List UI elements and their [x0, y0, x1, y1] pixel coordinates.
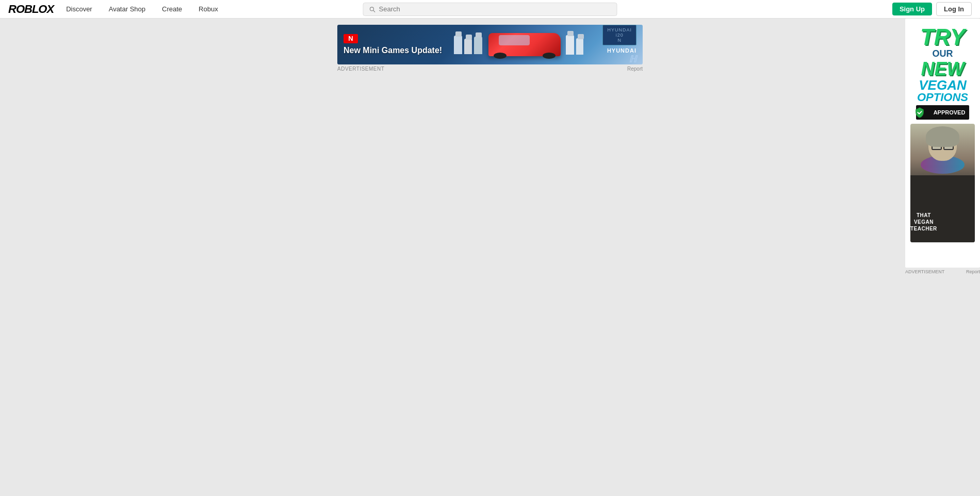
right-ad-options: OPTIONS — [917, 92, 968, 103]
hyundai-h-icon: ℍ — [629, 54, 636, 65]
game-badge: N — [344, 34, 358, 43]
right-ad-footer: ADVERTISEMENT Report — [905, 268, 980, 276]
search-input[interactable] — [379, 5, 612, 13]
banner-ad-label: ADVERTISEMENT — [337, 66, 384, 72]
robot-figure-4 — [566, 35, 574, 55]
robot-figure-3 — [474, 37, 482, 54]
search-icon — [369, 6, 376, 13]
banner-ad-wrap: N New Mini Games Update! — [337, 25, 643, 73]
car-visual — [488, 33, 561, 56]
navbar: ROBLOX Discover Avatar Shop Create Robux… — [0, 0, 980, 19]
car-wheel-left — [494, 53, 507, 59]
nav-link-create[interactable]: Create — [162, 5, 182, 13]
banner-title: New Mini Games Update! — [344, 45, 442, 55]
nav-links: Discover Avatar Shop Create Robux — [66, 5, 218, 13]
nav-auth: Sign Up Log In — [892, 2, 972, 16]
banner-ad-content: N New Mini Games Update! — [337, 25, 643, 64]
nav-link-avatar-shop[interactable]: Avatar Shop — [109, 5, 145, 13]
approved-badge: APPROVED — [916, 105, 970, 120]
robot-figure-1 — [454, 36, 462, 54]
robot-figures — [454, 36, 482, 54]
search-container — [363, 3, 617, 16]
approved-text: APPROVED — [934, 109, 966, 115]
nav-link-robux[interactable]: Robux — [199, 5, 218, 13]
search-bar — [363, 3, 617, 16]
main-content: N New Mini Games Update! — [0, 19, 980, 496]
right-ad-report-link[interactable]: Report — [966, 269, 980, 274]
banner-brand: HYUNDAIi20N HYUNDAI ℍ — [595, 25, 636, 64]
robot-figures-right — [566, 35, 583, 55]
shield-check-icon — [914, 107, 925, 118]
banner-footer: ADVERTISEMENT Report — [337, 64, 643, 73]
right-ad-vegan: VEGAN — [919, 78, 966, 92]
robot-figure-5 — [576, 38, 583, 55]
person-body-text: THAT VEGAN TEACHER — [910, 212, 937, 232]
robot-figure-2 — [464, 39, 472, 54]
banner-visual — [446, 33, 591, 56]
car-wheel-right — [543, 53, 556, 59]
roblox-logo: ROBLOX — [8, 3, 54, 16]
nav-link-discover[interactable]: Discover — [66, 5, 92, 13]
banner-ad[interactable]: N New Mini Games Update! — [337, 25, 643, 64]
person-body: THAT VEGAN TEACHER — [910, 175, 975, 242]
right-ad-try: TRY — [920, 26, 965, 48]
hyundai-badge: HYUNDAIi20N — [602, 25, 636, 45]
hyundai-badge-text: HYUNDAIi20N — [607, 27, 632, 43]
right-ad-person: THAT VEGAN TEACHER — [910, 124, 975, 242]
right-ad-new: NEW — [921, 60, 965, 78]
banner-report-link[interactable]: Report — [627, 66, 643, 72]
hyundai-logo-text: HYUNDAI — [607, 47, 636, 54]
car-window — [499, 35, 530, 45]
login-button[interactable]: Log In — [936, 2, 972, 16]
right-ad[interactable]: TRY OUR NEW VEGAN OPTIONS APPROVED — [905, 19, 980, 268]
person-hair — [926, 126, 959, 147]
signup-button[interactable]: Sign Up — [892, 3, 932, 15]
right-ad-container: TRY OUR NEW VEGAN OPTIONS APPROVED — [905, 19, 980, 276]
car-body — [488, 33, 561, 56]
banner-logo-area: N New Mini Games Update! — [344, 34, 442, 55]
right-ad-advertisement-label: ADVERTISEMENT — [905, 269, 944, 274]
